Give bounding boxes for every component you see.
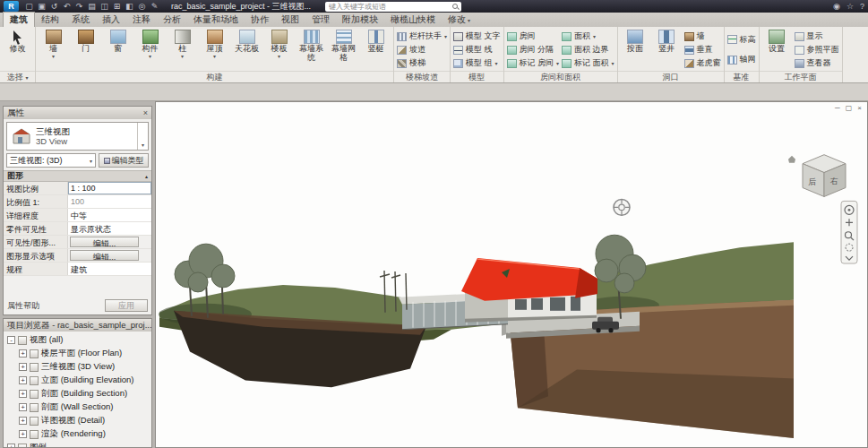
tree-item[interactable]: + 三维视图 (3D View)	[4, 360, 151, 374]
close-icon[interactable]: ×	[140, 108, 148, 117]
tree-expander-icon[interactable]: +	[19, 430, 27, 438]
graphics-section-header[interactable]: 图形 ▴	[4, 170, 151, 182]
ribbon-small-button[interactable]: 房间 分隔 ▾	[507, 45, 560, 56]
tree-item[interactable]: + 渲染 (Rendering)	[4, 427, 151, 441]
qat-icon[interactable]: ↺	[48, 1, 60, 12]
view-selector-combo[interactable]: 三维视图: (3D)▾	[6, 153, 96, 168]
ribbon-tab[interactable]: 体量和场地▾	[187, 13, 245, 27]
edit-type-button[interactable]: 编辑类型	[99, 153, 149, 168]
roof[interactable]	[461, 258, 597, 301]
ribbon-small-button[interactable]: 坡道 ▾	[397, 45, 447, 56]
qat-icon[interactable]: ◎	[136, 1, 148, 12]
viewcube[interactable]: 后 右	[788, 155, 846, 197]
steering-wheel-icon[interactable]	[614, 199, 630, 215]
qat-icon[interactable]: ◫	[99, 1, 110, 12]
apply-button[interactable]: 应用	[105, 299, 148, 312]
ribbon-button[interactable]: 楼板 ▾	[264, 29, 294, 71]
ribbon-button[interactable]: 幕墙网格 ▾	[329, 29, 358, 71]
qat-icon[interactable]: ▤	[86, 1, 98, 12]
type-selector[interactable]: 三维视图3D View ▾	[6, 122, 149, 151]
qat-icon[interactable]: ↶	[61, 1, 73, 12]
qat-icon[interactable]: ⊞	[111, 1, 123, 12]
titlebar-icon[interactable]: ◉	[833, 2, 840, 11]
view-window-control-icon[interactable]: ×	[857, 105, 862, 112]
ribbon-tab[interactable]: 橄榄山快模▾	[384, 13, 442, 27]
drawing-area[interactable]: 后 右 ─ ▢ ×	[155, 101, 868, 448]
ribbon-small-button[interactable]: 标记 面积 ▾	[562, 58, 614, 69]
qat-icon[interactable]: ◧	[124, 1, 135, 12]
ribbon-button[interactable]: 窗 ▾	[103, 29, 133, 71]
ribbon-tab[interactable]: 结构▾	[35, 13, 65, 27]
search-box[interactable]: 键入关键字或短语	[325, 2, 461, 12]
view-window-control-icon[interactable]: ▢	[846, 105, 853, 112]
ribbon-tab[interactable]: 附加模块▾	[336, 13, 384, 27]
qat-icon[interactable]: ↷	[73, 1, 85, 12]
navigation-bar[interactable]	[841, 201, 857, 263]
tree-item[interactable]: + 图例	[4, 441, 151, 447]
ribbon-button[interactable]: 门 ▾	[71, 29, 100, 71]
ribbon-tab[interactable]: 分析▾	[157, 13, 187, 27]
ribbon-small-button[interactable]: 老虎窗 ▾	[684, 58, 721, 69]
qat-icon[interactable]: ✎	[149, 1, 160, 12]
ribbon-small-button[interactable]: 模型 组 ▾	[453, 58, 501, 69]
property-value[interactable]: 编辑...	[70, 250, 139, 261]
property-value[interactable]: 编辑...	[70, 237, 139, 247]
ribbon-small-button[interactable]: 墙 ▾	[684, 31, 721, 42]
ribbon-small-button[interactable]: 楼梯 ▾	[397, 58, 447, 69]
ribbon-tab[interactable]: 系统▾	[65, 13, 96, 27]
ribbon-button[interactable]: 屋顶 ▾	[200, 29, 229, 71]
property-value[interactable]: 中等	[68, 209, 151, 221]
tree-item[interactable]: + 立面 (Building Elevation)	[4, 374, 151, 387]
ribbon-small-button[interactable]: 垂直 ▾	[684, 45, 721, 56]
titlebar-icon[interactable]: ?	[860, 2, 864, 11]
type-selector-dropdown[interactable]: ▾	[137, 123, 148, 150]
property-value[interactable]: 建筑	[68, 263, 151, 275]
tree-item[interactable]: - 视图 (all)	[4, 333, 151, 347]
property-value[interactable]: 100	[68, 195, 151, 208]
ribbon-button[interactable]: 竖井 ▾	[652, 29, 682, 71]
ribbon-small-button[interactable]: 标高 ▾	[727, 34, 756, 45]
qat-icon[interactable]: ▢	[23, 1, 35, 12]
ribbon-tab[interactable]: 视图▾	[275, 13, 305, 27]
ribbon-small-button[interactable]: 面积 边界 ▾	[562, 45, 614, 56]
property-value[interactable]: 显示原状态	[68, 222, 151, 235]
titlebar-icon[interactable]: ☆	[847, 2, 854, 11]
set-workplane-button[interactable]: 设置	[762, 29, 792, 71]
tree-expander-icon[interactable]: -	[7, 336, 15, 344]
tree-expander-icon[interactable]: +	[19, 363, 27, 371]
ribbon-tab[interactable]: 注释▾	[126, 13, 157, 27]
ribbon-tab[interactable]: 插入▾	[96, 13, 126, 27]
ribbon-tab[interactable]: 协作▾	[245, 13, 275, 27]
tree-expander-icon[interactable]: +	[19, 376, 27, 384]
ribbon-button[interactable]: 天花板 ▾	[232, 29, 262, 71]
ribbon-small-button[interactable]: 栏杆扶手 ▾	[397, 31, 447, 42]
tree-expander-icon[interactable]: +	[19, 349, 27, 358]
ribbon-small-button[interactable]: 模型 线 ▾	[453, 45, 501, 56]
tree-expander-icon[interactable]: +	[19, 390, 27, 398]
ribbon-button[interactable]: 按面 ▾	[621, 29, 650, 71]
ribbon-small-button[interactable]: 房间 ▾	[507, 31, 560, 42]
ribbon-button[interactable]: 幕墙系统 ▾	[296, 29, 326, 71]
panel-label-select[interactable]: 选择▾	[0, 71, 35, 82]
ribbon-button[interactable]: 柱 ▾	[168, 29, 197, 71]
ribbon-button[interactable]: 构件 ▾	[135, 29, 165, 71]
tree-item[interactable]: + 剖面 (Building Section)	[4, 387, 151, 401]
modify-button[interactable]: 修改	[3, 29, 32, 71]
qat-icon[interactable]: ▣	[36, 1, 47, 12]
view-window-control-icon[interactable]: ─	[835, 105, 840, 112]
tree-expander-icon[interactable]: +	[19, 417, 27, 425]
properties-help-link[interactable]: 属性帮助	[7, 300, 39, 312]
property-value[interactable]: 1 : 100	[68, 182, 151, 194]
ribbon-button[interactable]: 竖梃 ▾	[361, 29, 391, 71]
ribbon-tab[interactable]: 建筑▾	[3, 12, 35, 27]
properties-header[interactable]: 属性 ×	[4, 107, 151, 119]
tree-item[interactable]: + 楼层平面 (Floor Plan)	[4, 347, 151, 360]
ribbon-small-button[interactable]: 模型 文字 ▾	[453, 31, 501, 42]
tree-item[interactable]: + 详图视图 (Detail)	[4, 414, 151, 427]
ribbon-small-button[interactable]: 显示 ▾	[795, 31, 839, 42]
ribbon-tab[interactable]: 修改▾	[442, 13, 477, 27]
ribbon-small-button[interactable]: 标记 房间 ▾	[507, 58, 560, 69]
ribbon-small-button[interactable]: 查看器 ▾	[795, 58, 839, 69]
ribbon-tab[interactable]: 管理▾	[305, 13, 336, 27]
viewcube-home-icon[interactable]	[788, 156, 795, 163]
